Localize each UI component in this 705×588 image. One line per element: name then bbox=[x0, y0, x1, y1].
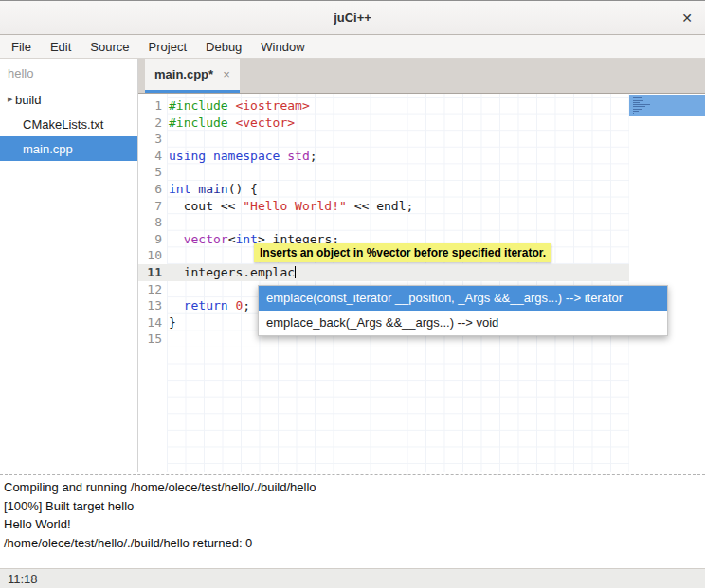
line-number: 9 bbox=[138, 231, 167, 248]
code-line[interactable]: integers.emplac bbox=[167, 264, 629, 281]
code-token-plain: () { bbox=[228, 182, 258, 196]
close-icon[interactable]: ✕ bbox=[681, 11, 693, 25]
code-line[interactable] bbox=[167, 164, 629, 181]
main-area: hello ▶buildCMakeLists.txtmain.cpp main.… bbox=[0, 59, 705, 472]
doc-tooltip: Inserts an object in %vector before spec… bbox=[254, 243, 551, 262]
project-name: hello bbox=[0, 59, 137, 87]
code-token-kw: int bbox=[169, 182, 190, 196]
minimap-line bbox=[633, 98, 642, 98]
line-number: 2 bbox=[138, 115, 167, 132]
tree-item-main-cpp[interactable]: main.cpp bbox=[0, 136, 137, 161]
code-token-func: main bbox=[198, 182, 227, 196]
menu-item-edit[interactable]: Edit bbox=[41, 35, 81, 58]
completion-item-1[interactable]: emplace_back(_Args &&__args...) --> void bbox=[259, 311, 667, 335]
minimap-visible-region[interactable] bbox=[629, 95, 705, 116]
status-bar: 11:18 bbox=[0, 568, 705, 588]
window-title: juCi++ bbox=[334, 10, 371, 25]
menu-item-source[interactable]: Source bbox=[81, 35, 138, 58]
line-number: 8 bbox=[138, 214, 167, 231]
code-token-plain: ; bbox=[243, 298, 250, 312]
code-token-plain: << endl; bbox=[347, 199, 413, 213]
code-token-plain: } bbox=[169, 315, 176, 330]
line-number: 12 bbox=[138, 281, 167, 298]
code-token-plain: integers.emplac bbox=[169, 265, 295, 279]
minimap-line bbox=[633, 111, 639, 112]
minimap-line bbox=[633, 100, 643, 101]
output-panel[interactable]: Compiling and running /home/olece/test/h… bbox=[0, 475, 705, 568]
code-token-string: <vector> bbox=[235, 116, 295, 130]
menu-item-debug[interactable]: Debug bbox=[196, 35, 251, 58]
text-cursor bbox=[295, 266, 296, 278]
code-token-string: <iostream> bbox=[235, 98, 309, 113]
menu-item-project[interactable]: Project bbox=[139, 35, 196, 58]
code-line[interactable]: cout << "Hello World!" << endl; bbox=[167, 198, 629, 215]
tree-item-label: main.cpp bbox=[23, 142, 73, 156]
tab-close-icon[interactable]: × bbox=[223, 67, 230, 81]
tree-item-label: CMakeLists.txt bbox=[23, 117, 103, 132]
tree-item-build[interactable]: ▶build bbox=[0, 87, 137, 112]
minimap-line bbox=[633, 109, 642, 110]
minimap-line bbox=[633, 113, 634, 114]
output-line: Hello World! bbox=[4, 515, 701, 534]
output-line: Compiling and running /home/olece/test/h… bbox=[4, 478, 701, 497]
code-token-type: std bbox=[287, 149, 309, 163]
code-line[interactable] bbox=[167, 214, 629, 231]
code-token-kw: namespace bbox=[213, 149, 280, 163]
clock: 11:18 bbox=[8, 572, 38, 586]
code-token-plain: ; bbox=[310, 149, 317, 163]
tree-item-label: build bbox=[15, 93, 41, 107]
line-number: 1 bbox=[138, 98, 167, 115]
code-token-plain bbox=[169, 298, 184, 312]
code-token-string: "Hello World!" bbox=[243, 199, 347, 213]
app-window: juCi++ ✕ FileEditSourceProjectDebugWindo… bbox=[0, 0, 705, 588]
line-number: 4 bbox=[138, 148, 167, 165]
code-line[interactable]: int main() { bbox=[167, 181, 629, 198]
line-number: 10 bbox=[138, 247, 167, 264]
code-token-preproc: #include bbox=[169, 98, 228, 113]
minimap-line bbox=[633, 106, 645, 107]
line-number-gutter: 123456789101112131415 bbox=[138, 94, 167, 472]
titlebar[interactable]: juCi++ ✕ bbox=[0, 1, 705, 35]
code-area[interactable]: #include <iostream>#include <vector>usin… bbox=[167, 94, 629, 472]
code-line[interactable]: #include <vector> bbox=[167, 115, 629, 132]
code-line[interactable]: #include <iostream> bbox=[167, 98, 629, 115]
minimap-code-lines bbox=[633, 97, 701, 115]
tab-bar: main.cpp* × bbox=[138, 59, 705, 94]
minimap[interactable] bbox=[629, 94, 705, 472]
editor[interactable]: 123456789101112131415 #include <iostream… bbox=[138, 94, 705, 472]
code-token-plain: cout << bbox=[169, 199, 243, 213]
menu-bar: FileEditSourceProjectDebugWindow bbox=[0, 35, 705, 59]
line-number: 7 bbox=[138, 198, 167, 215]
line-number: 15 bbox=[138, 330, 167, 347]
line-number: 11 bbox=[138, 264, 167, 281]
expander-icon[interactable]: ▶ bbox=[0, 96, 15, 103]
menu-item-window[interactable]: Window bbox=[251, 35, 314, 58]
output-line: /home/olece/test/hello/./build/hello ret… bbox=[4, 534, 701, 553]
file-tree: ▶buildCMakeLists.txtmain.cpp bbox=[0, 87, 137, 161]
menu-item-file[interactable]: File bbox=[2, 35, 41, 58]
tree-item-cmakelists-txt[interactable]: CMakeLists.txt bbox=[0, 112, 137, 136]
tab-main-cpp[interactable]: main.cpp* × bbox=[145, 59, 240, 93]
output-line: [100%] Built target hello bbox=[4, 497, 701, 516]
code-token-type: vector bbox=[184, 232, 228, 246]
code-token-preproc: #include bbox=[169, 116, 228, 130]
tab-label: main.cpp* bbox=[154, 67, 213, 81]
completion-item-0[interactable]: emplace(const_iterator __position, _Args… bbox=[259, 286, 667, 311]
editor-pane: main.cpp* × 123456789101112131415 #inclu… bbox=[138, 59, 705, 472]
line-number: 6 bbox=[138, 181, 167, 198]
code-token-kw: using bbox=[169, 149, 206, 163]
code-token-plain bbox=[169, 232, 184, 246]
code-token-plain bbox=[206, 149, 213, 163]
line-number: 5 bbox=[138, 164, 167, 181]
code-line[interactable]: using namespace std; bbox=[167, 148, 629, 165]
code-line[interactable] bbox=[167, 131, 629, 148]
completion-popup: emplace(const_iterator __position, _Args… bbox=[258, 285, 668, 336]
line-number: 13 bbox=[138, 297, 167, 314]
file-tree-sidebar: hello ▶buildCMakeLists.txtmain.cpp bbox=[0, 59, 138, 472]
minimap-line bbox=[633, 104, 650, 105]
line-number: 14 bbox=[138, 314, 167, 331]
code-token-kw: return bbox=[184, 298, 228, 312]
line-number: 3 bbox=[138, 131, 167, 148]
